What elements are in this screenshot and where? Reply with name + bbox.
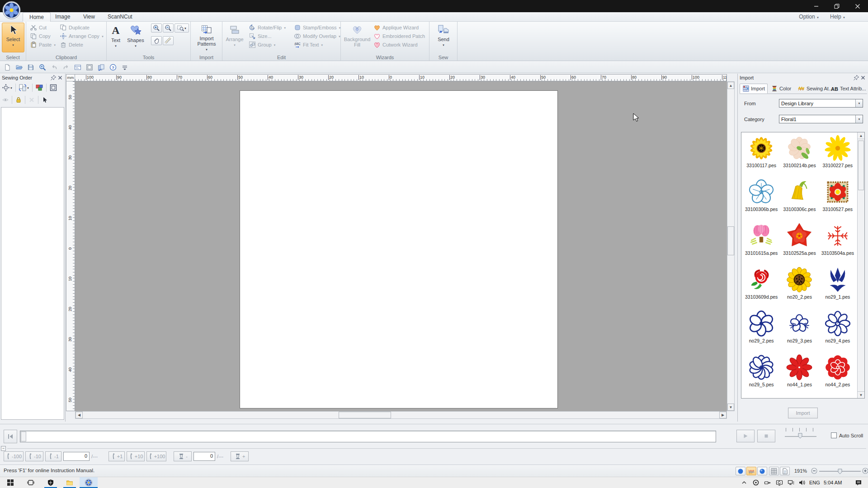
color-number-input[interactable]: 0 xyxy=(193,452,215,461)
tab-text-attributes[interactable]: ABText Attrib... xyxy=(828,84,867,94)
save-button[interactable] xyxy=(26,63,35,72)
design-thumbnail[interactable] xyxy=(824,353,852,381)
duplicate-button[interactable]: Duplicate xyxy=(60,23,104,32)
stitch-plus-10-button[interactable]: +10 xyxy=(127,451,145,461)
design-thumbnail[interactable] xyxy=(747,310,775,338)
design-thumbnail[interactable] xyxy=(785,310,813,338)
design-item[interactable]: no44_2.pes xyxy=(819,353,857,397)
taskbar-app-explorer[interactable] xyxy=(61,477,79,488)
design-thumbnail[interactable] xyxy=(785,134,813,162)
design-property-view-button[interactable] xyxy=(780,467,790,475)
category-dropdown[interactable]: Floral1 ▼ xyxy=(779,115,863,123)
design-canvas[interactable] xyxy=(75,81,727,411)
from-dropdown[interactable]: Design Library ▼ xyxy=(779,99,863,108)
zoom-select-button[interactable]: ▼ xyxy=(175,23,189,33)
design-item[interactable]: 33100117.pes xyxy=(742,134,780,178)
sewing-order-list[interactable] xyxy=(1,107,64,420)
start-button[interactable] xyxy=(0,477,21,488)
stamp-emboss-button[interactable]: Stamp/Emboss▼ xyxy=(294,23,341,32)
design-thumbnail[interactable] xyxy=(824,310,852,338)
help-button[interactable]: ? xyxy=(108,63,118,72)
scroll-down-button[interactable]: ▼ xyxy=(727,404,734,411)
tab-image[interactable]: Image xyxy=(49,12,76,22)
option-menu[interactable]: Option ▼ xyxy=(799,14,819,20)
dropdown-arrow-icon[interactable]: ▼ xyxy=(855,115,863,123)
design-page[interactable] xyxy=(240,90,558,408)
stitch-minus-10-button[interactable]: -10 xyxy=(25,451,43,461)
horizontal-scrollbar[interactable]: ◀ ▶ xyxy=(75,411,727,419)
design-list-scrollbar[interactable]: ▲ ▼ xyxy=(857,132,864,398)
zoom-out-slider-button[interactable] xyxy=(811,467,818,475)
measure-button[interactable] xyxy=(163,36,174,45)
restore-button[interactable] xyxy=(826,0,847,12)
design-thumbnail[interactable] xyxy=(824,134,852,162)
text-tool-button[interactable]: A Text▼ xyxy=(108,23,124,52)
stitch-plus-100-button[interactable]: +100 xyxy=(146,451,166,461)
arrange-button[interactable]: Arrange▼ xyxy=(224,23,245,52)
zoom-slider-thumb[interactable] xyxy=(836,468,844,475)
design-item[interactable]: 33100306b.pes xyxy=(742,178,780,222)
clock[interactable]: 5:04 AM xyxy=(824,477,842,488)
design-thumbnail[interactable] xyxy=(747,178,775,206)
rotate-flip-button[interactable]: Rotate/Flip▼ xyxy=(249,23,286,32)
color-minus-button[interactable]: - xyxy=(174,451,192,461)
stitch-number-input[interactable]: 0 xyxy=(63,452,90,461)
paste-button[interactable]: Paste▼ xyxy=(30,41,56,49)
solid-view-button[interactable] xyxy=(736,467,745,475)
design-thumbnail[interactable] xyxy=(747,134,775,162)
copy-button[interactable]: Copy xyxy=(30,32,56,40)
design-thumbnail[interactable] xyxy=(785,266,813,294)
design-thumbnail[interactable] xyxy=(747,222,775,250)
so-fit-button[interactable]: ▼ xyxy=(1,83,14,93)
taskbar-app-security[interactable] xyxy=(42,477,60,488)
applique-wizard-button[interactable]: Applique Wizard xyxy=(373,23,425,32)
design-thumbnail[interactable] xyxy=(824,178,852,206)
taskbar-app-pedesign[interactable] xyxy=(80,477,98,488)
cutwork-wizard-button[interactable]: Cutwork Wizard xyxy=(373,41,425,49)
design-item[interactable]: 33103609d.pes xyxy=(742,266,780,310)
minimize-button[interactable] xyxy=(806,0,826,12)
auto-scroll-checkbox[interactable] xyxy=(831,432,837,438)
import-close-button[interactable] xyxy=(859,75,866,81)
design-item[interactable]: no44_1.pes xyxy=(780,353,818,397)
send-button[interactable]: Send▼ xyxy=(431,23,456,52)
dropdown-arrow-icon[interactable]: ▼ xyxy=(855,99,863,107)
undo-button[interactable] xyxy=(50,63,59,72)
play-button[interactable] xyxy=(736,430,755,442)
stitch-progress-track[interactable] xyxy=(20,431,716,442)
tab-color[interactable]: Color xyxy=(769,84,795,94)
tab-import[interactable]: Import xyxy=(740,84,768,94)
design-item[interactable]: no29_1.pes xyxy=(819,266,857,310)
design-item[interactable]: no29_5.pes xyxy=(742,353,780,397)
so-lock-button[interactable] xyxy=(14,95,23,105)
send-layout-button[interactable] xyxy=(97,63,106,72)
stitch-plus-1-button[interactable]: +1 xyxy=(108,451,125,461)
stitch-minus-100-button[interactable]: -100 xyxy=(4,451,24,461)
close-button[interactable] xyxy=(847,0,868,12)
delete-button[interactable]: Delete xyxy=(60,41,104,49)
tab-home[interactable]: Home xyxy=(23,12,51,22)
sewing-order-pin-button[interactable] xyxy=(50,75,57,81)
import-button[interactable]: Import xyxy=(788,408,818,418)
design-item[interactable]: 33100227.pes xyxy=(819,134,857,178)
design-settings-button[interactable] xyxy=(85,63,94,72)
stop-button[interactable] xyxy=(757,430,775,442)
tray-expand-button[interactable] xyxy=(739,477,750,488)
design-item[interactable]: no29_3.pes xyxy=(780,310,818,353)
stitch-progress-thumb[interactable] xyxy=(21,432,26,441)
design-item[interactable]: 33100306c.pes xyxy=(780,178,818,222)
notification-center-button[interactable] xyxy=(852,477,865,488)
scroll-right-button[interactable]: ▶ xyxy=(719,412,726,418)
size-button[interactable]: Size... xyxy=(249,32,286,40)
design-thumbnail[interactable] xyxy=(747,353,775,381)
design-item[interactable]: 33101615a.pes xyxy=(742,222,780,266)
design-item[interactable]: no29_2.pes xyxy=(742,310,780,353)
design-item[interactable]: 33102525a.pes xyxy=(780,222,818,266)
tab-scanncut[interactable]: ScanNCut xyxy=(101,12,139,22)
design-item[interactable]: 33100527.pes xyxy=(819,178,857,222)
design-item[interactable]: 33100214b.pes xyxy=(780,134,818,178)
tab-view[interactable]: View xyxy=(77,12,101,22)
customize-toolbar-button[interactable] xyxy=(120,63,129,72)
embroidered-patch-button[interactable]: Embroidered Patch xyxy=(373,32,425,40)
pan-button[interactable] xyxy=(151,36,162,45)
